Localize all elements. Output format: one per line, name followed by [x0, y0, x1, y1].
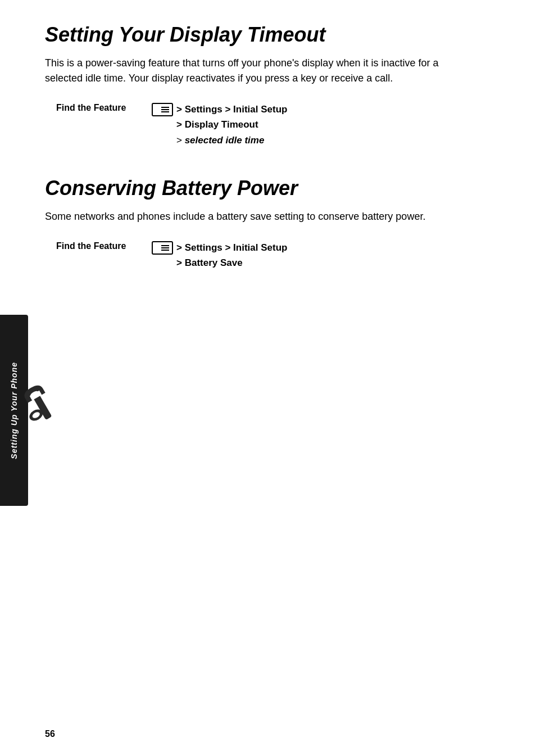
- section1-title: Setting Your Display Timeout: [45, 22, 502, 47]
- section2-title: Conserving Battery Power: [45, 176, 502, 200]
- section2-feature-row: Find the Feature > Settings > Initial Se…: [56, 240, 502, 270]
- section2-nav-line1: > Settings > Initial Setup: [152, 240, 287, 255]
- section1-nav-line3: > selected idle time: [152, 133, 287, 148]
- section-battery-power: Conserving Battery Power Some networks a…: [45, 176, 502, 271]
- page-content: Setting Your Display Timeout This is a p…: [45, 0, 502, 270]
- section2-nav-text1: > Settings > Initial Setup: [176, 240, 287, 255]
- section1-nav-text1: > Settings > Initial Setup: [176, 102, 287, 117]
- section1-nav-text3: > selected idle time: [176, 133, 264, 148]
- section2-find-feature-label: Find the Feature: [56, 240, 146, 251]
- section1-find-feature-label: Find the Feature: [56, 102, 146, 113]
- section1-nav: > Settings > Initial Setup > Display Tim…: [152, 102, 287, 148]
- section1-nav-line2: > Display Timeout: [152, 117, 287, 132]
- section1-nav-text2: > Display Timeout: [176, 117, 258, 132]
- section1-feature-row: Find the Feature > Settings > Initial Se…: [56, 102, 502, 148]
- section2-body: Some networks and phones include a batte…: [45, 209, 472, 224]
- section2-nav-text2: > Battery Save: [176, 255, 243, 270]
- phone-menu-icon-2: [152, 241, 173, 255]
- wrench-icon: [17, 382, 73, 438]
- phone-menu-icon-1: [152, 103, 173, 116]
- section1-body: This is a power-saving feature that turn…: [45, 56, 472, 86]
- section1-nav-line1: > Settings > Initial Setup: [152, 102, 287, 117]
- page-number: 56: [45, 729, 55, 739]
- section2-nav-line2: > Battery Save: [152, 255, 287, 270]
- section2-nav: > Settings > Initial Setup > Battery Sav…: [152, 240, 287, 270]
- section-display-timeout: Setting Your Display Timeout This is a p…: [45, 22, 502, 148]
